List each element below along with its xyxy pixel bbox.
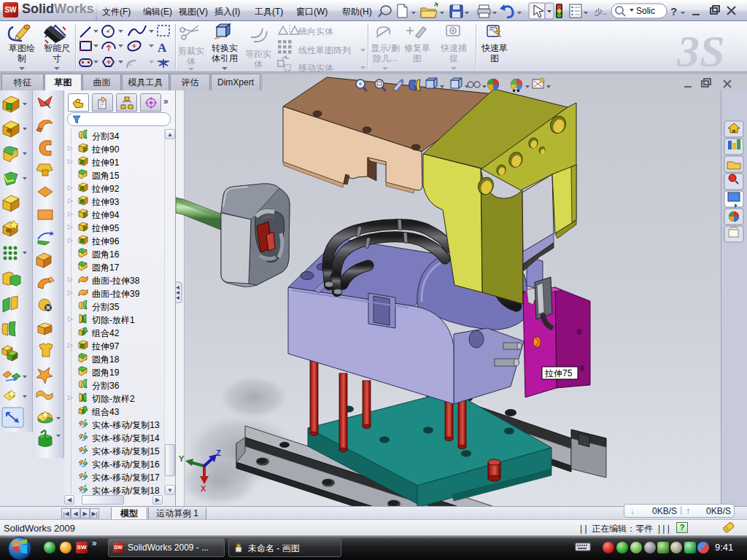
svg-text:除几...: 除几... <box>373 53 398 63</box>
svg-text:体: 体 <box>254 59 263 69</box>
svg-text:转换实: 转换实 <box>212 43 238 53</box>
svg-text:体引用: 体引用 <box>212 53 238 63</box>
svg-text:图: 图 <box>490 53 499 63</box>
svg-text:修复草: 修复草 <box>404 43 430 53</box>
svg-text:少..: 少.. <box>595 7 607 16</box>
svg-text:Solic: Solic <box>636 6 655 16</box>
svg-text:捉: 捉 <box>449 53 458 63</box>
svg-text:线性草图阵列: 线性草图阵列 <box>298 45 351 55</box>
svg-text:体: 体 <box>187 56 196 66</box>
svg-text:草图绘: 草图绘 <box>9 43 35 53</box>
svg-text:移动实体: 移动实体 <box>298 63 333 72</box>
svg-text:等距实: 等距实 <box>245 49 271 59</box>
svg-text:镜向实体: 镜向实体 <box>298 26 333 36</box>
svg-text:显示/删: 显示/删 <box>371 43 399 53</box>
svg-text:A: A <box>158 41 167 55</box>
svg-text:Y: Y <box>179 454 185 463</box>
svg-text:制: 制 <box>18 53 26 63</box>
svg-text:拉伸75: 拉伸75 <box>544 368 573 378</box>
svg-text:快速捕: 快速捕 <box>440 43 467 53</box>
svg-text:快速草: 快速草 <box>481 43 508 53</box>
svg-text:Z: Z <box>216 448 221 457</box>
svg-text:寸: 寸 <box>53 53 61 63</box>
svg-text:X: X <box>201 484 206 493</box>
svg-text:?: ? <box>670 5 677 18</box>
svg-text:智能尺: 智能尺 <box>44 43 70 53</box>
svg-text:图: 图 <box>413 53 422 63</box>
svg-text:剪裁实: 剪裁实 <box>178 46 204 56</box>
